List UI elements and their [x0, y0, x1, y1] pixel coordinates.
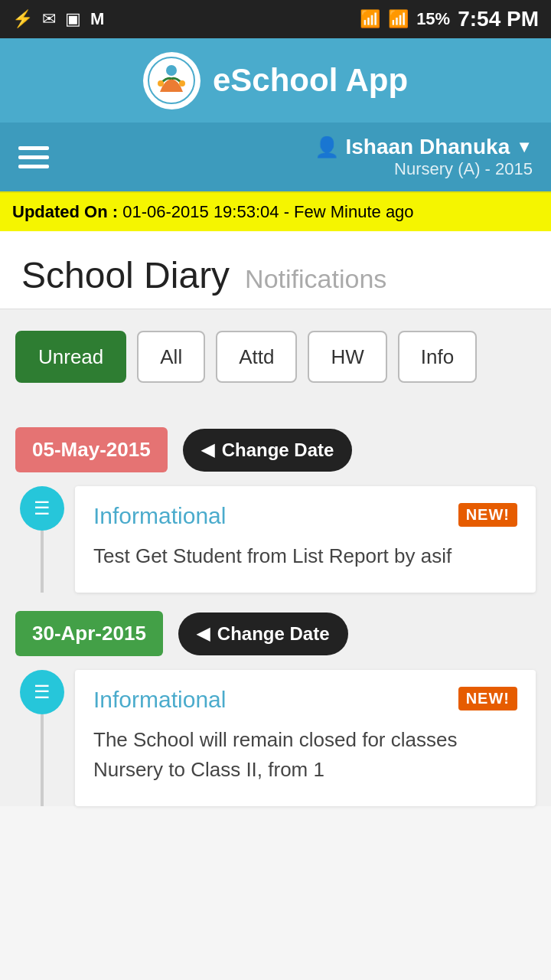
card-text-1: The School will remain closed for classe…: [93, 725, 517, 785]
card-text-0: Test Get Student from List Report by asi…: [93, 541, 517, 571]
user-info: 👤 Ishaan Dhanuka ▼ Nursery (A) - 2015: [315, 135, 533, 179]
logo-svg: [145, 54, 198, 107]
update-banner: Updated On : 01-06-2015 19:53:04 - Few M…: [0, 191, 551, 231]
change-date-button-0[interactable]: Change Date: [183, 429, 353, 472]
status-time: 7:54 PM: [458, 7, 539, 31]
status-right-icons: 📶 📶 15% 7:54 PM: [360, 7, 539, 31]
tab-unread[interactable]: Unread: [15, 331, 126, 383]
svg-point-3: [158, 80, 164, 87]
date-row-0: 05-May-2015Change Date: [15, 427, 536, 472]
new-badge-0: NEW!: [458, 503, 517, 527]
tab-attd[interactable]: Attd: [216, 331, 297, 383]
filter-tabs: UnreadAllAttdHWInfo: [0, 309, 551, 404]
user-class: Nursery (A) - 2015: [394, 159, 533, 179]
email-icon: ✉: [42, 9, 56, 29]
image-icon: ▣: [65, 9, 81, 29]
tab-all[interactable]: All: [137, 331, 205, 383]
app-logo: [143, 52, 201, 109]
page-title-area: School Diary Notifications: [0, 231, 551, 309]
user-name: Ishaan Dhanuka: [345, 135, 510, 159]
hamburger-line-3: [18, 165, 49, 168]
timeline-vertical-line-0: [41, 531, 44, 593]
page-subtitle: Notifications: [245, 264, 386, 294]
date-badge-0: 05-May-2015: [15, 427, 168, 472]
timeline-dot-0: ☰: [20, 486, 64, 531]
battery-level: 15%: [416, 9, 450, 29]
timeline-vertical-line-1: [41, 714, 44, 806]
gmail-icon: M: [90, 9, 104, 29]
status-left-icons: ⚡ ✉ ▣ M: [12, 9, 104, 29]
usb-icon: ⚡: [12, 9, 33, 29]
change-date-button-1[interactable]: Change Date: [178, 612, 348, 655]
new-badge-1: NEW!: [458, 687, 517, 710]
card-type-1: Informational: [93, 687, 226, 713]
timeline-dot-1: ☰: [20, 670, 64, 714]
update-timestamp: 01-06-2015 19:53:04 - Few Minute ago: [122, 202, 413, 222]
date-badge-1: 30-Apr-2015: [15, 611, 163, 656]
content-area: 05-May-2015Change Date☰InformationalNEW!…: [0, 404, 551, 806]
page-title: School Diary: [21, 254, 230, 296]
diary-card-1: InformationalNEW!The School will remain …: [75, 670, 536, 806]
dropdown-arrow-icon: ▼: [516, 137, 533, 157]
update-label: Updated On :: [12, 202, 118, 222]
status-bar: ⚡ ✉ ▣ M 📶 📶 15% 7:54 PM: [0, 0, 551, 38]
svg-point-2: [166, 65, 177, 76]
user-name-row[interactable]: 👤 Ishaan Dhanuka ▼: [315, 135, 533, 159]
wifi-icon: 📶: [360, 9, 380, 29]
tab-hw[interactable]: HW: [308, 331, 386, 383]
date-row-1: 30-Apr-2015Change Date: [15, 611, 536, 656]
hamburger-menu[interactable]: [18, 146, 49, 168]
timeline-item-1: ☰InformationalNEW!The School will remain…: [15, 670, 536, 806]
hamburger-line-2: [18, 155, 49, 159]
timeline-line-1: ☰: [15, 670, 69, 806]
signal-icon: 📶: [388, 9, 409, 29]
card-type-0: Informational: [93, 503, 226, 529]
nav-bar: 👤 Ishaan Dhanuka ▼ Nursery (A) - 2015: [0, 122, 551, 191]
timeline-item-0: ☰InformationalNEW!Test Get Student from …: [15, 486, 536, 593]
svg-point-4: [179, 80, 185, 87]
app-title: eSchool App: [213, 62, 408, 99]
app-header: eSchool App: [0, 38, 551, 122]
user-icon: 👤: [315, 136, 339, 159]
timeline-line-0: ☰: [15, 486, 69, 593]
hamburger-line-1: [18, 146, 49, 150]
diary-card-0: InformationalNEW!Test Get Student from L…: [75, 486, 536, 593]
tab-info[interactable]: Info: [398, 331, 477, 383]
